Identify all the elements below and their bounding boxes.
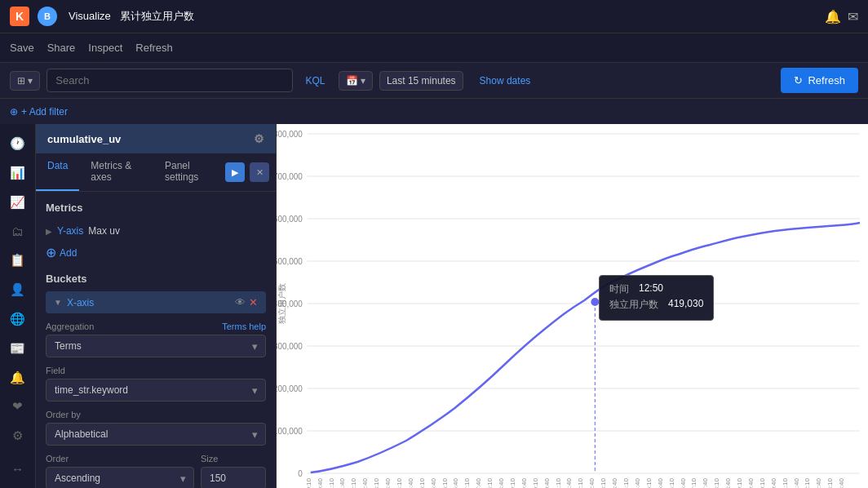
sidebar-icon-heart[interactable]: ❤ bbox=[5, 393, 31, 419]
top-bar: K B Visualize 累计独立用户数 🔔 ✉ bbox=[0, 0, 868, 33]
order-size-row: Order Ascending Size bbox=[46, 454, 266, 488]
xaxis-delete-button[interactable]: ✕ bbox=[249, 296, 258, 308]
sidebar-icon-bell[interactable]: 🔔 bbox=[5, 365, 31, 391]
filter-bar: ⊞ ▾ KQL 📅 ▾ Last 15 minutes Show dates ↻… bbox=[0, 62, 868, 98]
sidebar-icon-clock[interactable]: 🕐 bbox=[5, 131, 31, 157]
svg-text:05:40: 05:40 bbox=[430, 477, 437, 488]
refresh-button[interactable]: ↻ Refresh bbox=[781, 68, 858, 93]
order-by-select[interactable]: Alphabetical bbox=[46, 423, 266, 446]
add-filter-button[interactable]: ⊕ + Add filter bbox=[10, 106, 68, 118]
search-input[interactable] bbox=[46, 69, 292, 92]
sidebar-icon-folder[interactable]: 🗂 bbox=[5, 218, 31, 244]
svg-text:800,000: 800,000 bbox=[277, 130, 303, 139]
order-by-label: Order by bbox=[46, 410, 266, 419]
close-panel-button[interactable]: ✕ bbox=[250, 162, 269, 182]
svg-text:23:10: 23:10 bbox=[826, 477, 834, 488]
sidebar-icon-expand[interactable]: ↔ bbox=[5, 455, 31, 481]
sidebar-icon-chart[interactable]: 📊 bbox=[5, 160, 31, 186]
panel-tab-actions: ▶ ✕ bbox=[225, 153, 276, 191]
svg-text:22:40: 22:40 bbox=[815, 477, 822, 488]
run-button[interactable]: ▶ bbox=[225, 162, 245, 182]
user-avatar: B bbox=[38, 7, 57, 26]
tab-panel-settings[interactable]: Panel settings bbox=[153, 153, 225, 191]
aggregation-select[interactable]: Terms bbox=[46, 335, 266, 357]
panel: cumulative_uv ⚙ Data Metrics & axes Pane… bbox=[36, 124, 277, 488]
svg-text:03:40: 03:40 bbox=[384, 477, 392, 488]
field-select-wrapper: time_str.keyword bbox=[46, 379, 266, 401]
svg-text:12:40: 12:40 bbox=[588, 477, 596, 488]
left-sidebar: 🕐 📊 📈 🗂 📋 👤 🌐 📰 🔔 ❤ ⚙ ↔ bbox=[0, 124, 36, 488]
svg-text:19:10: 19:10 bbox=[736, 477, 743, 488]
metrics-title: Metrics bbox=[46, 202, 266, 214]
time-range-selector[interactable]: Last 15 minutes bbox=[379, 71, 463, 91]
sidebar-icon-list[interactable]: 📋 bbox=[5, 247, 31, 273]
order-select-wrapper: Ascending bbox=[46, 467, 194, 488]
tab-metrics-axes[interactable]: Metrics & axes bbox=[79, 153, 153, 191]
inspect-link[interactable]: Inspect bbox=[88, 42, 122, 54]
svg-text:18:40: 18:40 bbox=[724, 477, 732, 488]
refresh-icon: ↻ bbox=[794, 74, 803, 87]
svg-text:01:40: 01:40 bbox=[339, 477, 346, 488]
buckets-header: Buckets bbox=[46, 273, 266, 285]
order-select[interactable]: Ascending bbox=[46, 467, 194, 488]
tab-data[interactable]: Data bbox=[36, 153, 79, 191]
svg-text:500,000: 500,000 bbox=[277, 257, 303, 266]
field-select[interactable]: time_str.keyword bbox=[46, 379, 266, 401]
svg-text:15:40: 15:40 bbox=[657, 477, 664, 488]
svg-text:03:10: 03:10 bbox=[373, 477, 380, 488]
buckets-title: Buckets bbox=[46, 273, 87, 285]
kql-badge: KQL bbox=[299, 75, 332, 87]
svg-text:00:10: 00:10 bbox=[305, 477, 312, 488]
svg-text:11:40: 11:40 bbox=[566, 477, 574, 488]
sidebar-icon-news[interactable]: 📰 bbox=[5, 335, 31, 362]
y-axis: 0 100,000 200,000 300,000 400,000 500,00… bbox=[277, 130, 860, 478]
metrics-section: Metrics ▶ Y-axis Max uv ⊕ Add bbox=[46, 202, 266, 260]
chart-svg: 0 100,000 200,000 300,000 400,000 500,00… bbox=[277, 124, 868, 488]
svg-text:16:40: 16:40 bbox=[680, 477, 687, 488]
xaxis-actions: 👁 ✕ bbox=[235, 296, 258, 308]
calendar-icon-button[interactable]: 📅 ▾ bbox=[339, 71, 373, 91]
svg-text:06:10: 06:10 bbox=[441, 477, 449, 488]
y-axis-label: Y-axis bbox=[57, 225, 83, 237]
svg-text:0: 0 bbox=[298, 469, 303, 478]
svg-text:22:10: 22:10 bbox=[804, 477, 812, 488]
app-logo: K bbox=[10, 7, 29, 26]
aggregation-group: Aggregation Terms help Terms bbox=[46, 322, 266, 357]
svg-text:11:10: 11:10 bbox=[555, 477, 562, 488]
svg-text:13:10: 13:10 bbox=[600, 477, 607, 488]
sidebar-icon-user[interactable]: 👤 bbox=[5, 277, 31, 303]
xaxis-row: ▼ X-axis 👁 ✕ bbox=[46, 291, 266, 313]
svg-text:16:10: 16:10 bbox=[668, 477, 675, 488]
save-link[interactable]: Save bbox=[10, 42, 34, 54]
svg-text:09:40: 09:40 bbox=[520, 477, 528, 488]
svg-text:17:10: 17:10 bbox=[690, 477, 698, 488]
sidebar-icon-trend[interactable]: 📈 bbox=[5, 189, 31, 215]
svg-text:02:40: 02:40 bbox=[361, 477, 369, 488]
svg-text:08:40: 08:40 bbox=[498, 477, 505, 488]
show-dates-button[interactable]: Show dates bbox=[470, 75, 541, 87]
bell-icon[interactable]: 🔔 bbox=[825, 9, 841, 24]
field-group: Field time_str.keyword bbox=[46, 366, 266, 401]
svg-text:00:40: 00:40 bbox=[317, 477, 324, 488]
share-link[interactable]: Share bbox=[47, 42, 76, 54]
chart-line bbox=[311, 223, 860, 472]
panel-tabs: Data Metrics & axes Panel settings ▶ ✕ bbox=[36, 153, 276, 192]
filter-type-button[interactable]: ⊞ ▾ bbox=[10, 71, 40, 91]
terms-help-link[interactable]: Terms help bbox=[222, 322, 266, 331]
sidebar-icon-gear[interactable]: ⚙ bbox=[5, 423, 31, 449]
sidebar-icon-globe[interactable]: 🌐 bbox=[5, 306, 31, 332]
panel-title: cumulative_uv bbox=[47, 133, 121, 145]
order-by-group: Order by Alphabetical bbox=[46, 410, 266, 446]
svg-text:08:10: 08:10 bbox=[486, 477, 494, 488]
svg-text:10:10: 10:10 bbox=[532, 477, 539, 488]
refresh-link[interactable]: Refresh bbox=[135, 42, 173, 54]
add-metric-button[interactable]: ⊕ Add bbox=[46, 246, 77, 260]
svg-text:100,000: 100,000 bbox=[277, 427, 303, 436]
panel-header-icon: ⚙ bbox=[254, 132, 264, 145]
svg-text:06:40: 06:40 bbox=[452, 477, 459, 488]
svg-text:05:10: 05:10 bbox=[418, 477, 426, 488]
envelope-icon[interactable]: ✉ bbox=[848, 9, 858, 24]
size-input[interactable] bbox=[201, 467, 266, 488]
panel-header: cumulative_uv ⚙ bbox=[36, 124, 276, 153]
xaxis-eye-button[interactable]: 👁 bbox=[235, 296, 246, 308]
